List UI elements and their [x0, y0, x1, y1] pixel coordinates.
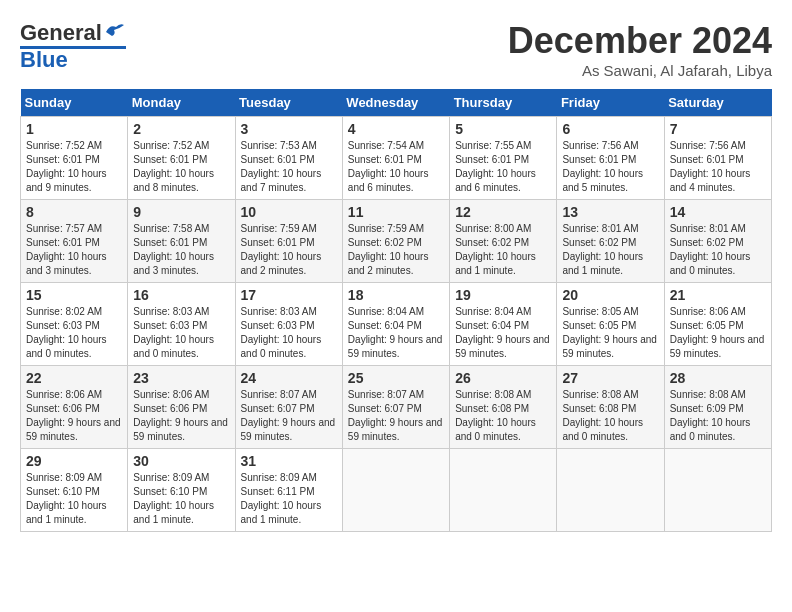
- day-info: Sunrise: 7:58 AM Sunset: 6:01 PM Dayligh…: [133, 222, 229, 278]
- day-info: Sunrise: 7:52 AM Sunset: 6:01 PM Dayligh…: [133, 139, 229, 195]
- day-number: 7: [670, 121, 766, 137]
- calendar-week-1: 1 Sunrise: 7:52 AM Sunset: 6:01 PM Dayli…: [21, 117, 772, 200]
- calendar-cell: 10 Sunrise: 7:59 AM Sunset: 6:01 PM Dayl…: [235, 200, 342, 283]
- day-number: 26: [455, 370, 551, 386]
- day-number: 27: [562, 370, 658, 386]
- calendar-cell: 14 Sunrise: 8:01 AM Sunset: 6:02 PM Dayl…: [664, 200, 771, 283]
- calendar-cell: 29 Sunrise: 8:09 AM Sunset: 6:10 PM Dayl…: [21, 449, 128, 532]
- calendar-cell: 4 Sunrise: 7:54 AM Sunset: 6:01 PM Dayli…: [342, 117, 449, 200]
- day-info: Sunrise: 8:09 AM Sunset: 6:10 PM Dayligh…: [26, 471, 122, 527]
- calendar-cell: 6 Sunrise: 7:56 AM Sunset: 6:01 PM Dayli…: [557, 117, 664, 200]
- day-info: Sunrise: 7:53 AM Sunset: 6:01 PM Dayligh…: [241, 139, 337, 195]
- calendar-cell: 3 Sunrise: 7:53 AM Sunset: 6:01 PM Dayli…: [235, 117, 342, 200]
- location: As Sawani, Al Jafarah, Libya: [508, 62, 772, 79]
- day-info: Sunrise: 7:56 AM Sunset: 6:01 PM Dayligh…: [670, 139, 766, 195]
- calendar-cell: 16 Sunrise: 8:03 AM Sunset: 6:03 PM Dayl…: [128, 283, 235, 366]
- day-info: Sunrise: 8:06 AM Sunset: 6:06 PM Dayligh…: [26, 388, 122, 444]
- day-number: 21: [670, 287, 766, 303]
- day-number: 28: [670, 370, 766, 386]
- day-number: 22: [26, 370, 122, 386]
- day-info: Sunrise: 8:08 AM Sunset: 6:08 PM Dayligh…: [562, 388, 658, 444]
- day-number: 1: [26, 121, 122, 137]
- day-number: 6: [562, 121, 658, 137]
- month-title: December 2024: [508, 20, 772, 62]
- calendar-cell: 19 Sunrise: 8:04 AM Sunset: 6:04 PM Dayl…: [450, 283, 557, 366]
- logo-blue: Blue: [20, 47, 68, 73]
- day-info: Sunrise: 7:59 AM Sunset: 6:01 PM Dayligh…: [241, 222, 337, 278]
- calendar-header: Sunday Monday Tuesday Wednesday Thursday…: [21, 89, 772, 117]
- calendar-cell: 25 Sunrise: 8:07 AM Sunset: 6:07 PM Dayl…: [342, 366, 449, 449]
- calendar-cell: 2 Sunrise: 7:52 AM Sunset: 6:01 PM Dayli…: [128, 117, 235, 200]
- calendar-cell: 9 Sunrise: 7:58 AM Sunset: 6:01 PM Dayli…: [128, 200, 235, 283]
- day-info: Sunrise: 8:01 AM Sunset: 6:02 PM Dayligh…: [562, 222, 658, 278]
- calendar-cell: [450, 449, 557, 532]
- title-block: December 2024 As Sawani, Al Jafarah, Lib…: [508, 20, 772, 79]
- calendar-cell: 8 Sunrise: 7:57 AM Sunset: 6:01 PM Dayli…: [21, 200, 128, 283]
- calendar-cell: [557, 449, 664, 532]
- day-info: Sunrise: 8:09 AM Sunset: 6:11 PM Dayligh…: [241, 471, 337, 527]
- calendar-week-3: 15 Sunrise: 8:02 AM Sunset: 6:03 PM Dayl…: [21, 283, 772, 366]
- calendar-week-4: 22 Sunrise: 8:06 AM Sunset: 6:06 PM Dayl…: [21, 366, 772, 449]
- day-info: Sunrise: 8:08 AM Sunset: 6:08 PM Dayligh…: [455, 388, 551, 444]
- day-number: 12: [455, 204, 551, 220]
- header-thursday: Thursday: [450, 89, 557, 117]
- day-number: 25: [348, 370, 444, 386]
- header-tuesday: Tuesday: [235, 89, 342, 117]
- day-info: Sunrise: 8:07 AM Sunset: 6:07 PM Dayligh…: [241, 388, 337, 444]
- logo: General Blue: [20, 20, 126, 73]
- calendar-cell: [664, 449, 771, 532]
- day-number: 3: [241, 121, 337, 137]
- day-number: 15: [26, 287, 122, 303]
- day-info: Sunrise: 7:52 AM Sunset: 6:01 PM Dayligh…: [26, 139, 122, 195]
- day-number: 16: [133, 287, 229, 303]
- day-number: 9: [133, 204, 229, 220]
- logo-bird-icon: [104, 22, 126, 40]
- calendar-cell: 30 Sunrise: 8:09 AM Sunset: 6:10 PM Dayl…: [128, 449, 235, 532]
- calendar-cell: 15 Sunrise: 8:02 AM Sunset: 6:03 PM Dayl…: [21, 283, 128, 366]
- day-info: Sunrise: 8:03 AM Sunset: 6:03 PM Dayligh…: [241, 305, 337, 361]
- day-info: Sunrise: 8:06 AM Sunset: 6:06 PM Dayligh…: [133, 388, 229, 444]
- day-number: 19: [455, 287, 551, 303]
- day-number: 29: [26, 453, 122, 469]
- header-row: Sunday Monday Tuesday Wednesday Thursday…: [21, 89, 772, 117]
- calendar-week-2: 8 Sunrise: 7:57 AM Sunset: 6:01 PM Dayli…: [21, 200, 772, 283]
- day-number: 17: [241, 287, 337, 303]
- calendar-cell: 20 Sunrise: 8:05 AM Sunset: 6:05 PM Dayl…: [557, 283, 664, 366]
- calendar-cell: 11 Sunrise: 7:59 AM Sunset: 6:02 PM Dayl…: [342, 200, 449, 283]
- day-info: Sunrise: 8:03 AM Sunset: 6:03 PM Dayligh…: [133, 305, 229, 361]
- page-header: General Blue December 2024 As Sawani, Al…: [20, 20, 772, 79]
- calendar-cell: 1 Sunrise: 7:52 AM Sunset: 6:01 PM Dayli…: [21, 117, 128, 200]
- day-info: Sunrise: 8:01 AM Sunset: 6:02 PM Dayligh…: [670, 222, 766, 278]
- day-info: Sunrise: 8:09 AM Sunset: 6:10 PM Dayligh…: [133, 471, 229, 527]
- calendar-cell: 13 Sunrise: 8:01 AM Sunset: 6:02 PM Dayl…: [557, 200, 664, 283]
- day-info: Sunrise: 7:57 AM Sunset: 6:01 PM Dayligh…: [26, 222, 122, 278]
- day-number: 2: [133, 121, 229, 137]
- calendar-cell: [342, 449, 449, 532]
- day-info: Sunrise: 7:55 AM Sunset: 6:01 PM Dayligh…: [455, 139, 551, 195]
- calendar-cell: 27 Sunrise: 8:08 AM Sunset: 6:08 PM Dayl…: [557, 366, 664, 449]
- day-number: 10: [241, 204, 337, 220]
- calendar-cell: 26 Sunrise: 8:08 AM Sunset: 6:08 PM Dayl…: [450, 366, 557, 449]
- day-number: 20: [562, 287, 658, 303]
- calendar-cell: 7 Sunrise: 7:56 AM Sunset: 6:01 PM Dayli…: [664, 117, 771, 200]
- day-info: Sunrise: 7:54 AM Sunset: 6:01 PM Dayligh…: [348, 139, 444, 195]
- header-saturday: Saturday: [664, 89, 771, 117]
- day-number: 18: [348, 287, 444, 303]
- day-info: Sunrise: 7:56 AM Sunset: 6:01 PM Dayligh…: [562, 139, 658, 195]
- calendar-cell: 24 Sunrise: 8:07 AM Sunset: 6:07 PM Dayl…: [235, 366, 342, 449]
- day-number: 14: [670, 204, 766, 220]
- calendar-cell: 21 Sunrise: 8:06 AM Sunset: 6:05 PM Dayl…: [664, 283, 771, 366]
- day-number: 23: [133, 370, 229, 386]
- day-info: Sunrise: 7:59 AM Sunset: 6:02 PM Dayligh…: [348, 222, 444, 278]
- calendar-cell: 17 Sunrise: 8:03 AM Sunset: 6:03 PM Dayl…: [235, 283, 342, 366]
- calendar-week-5: 29 Sunrise: 8:09 AM Sunset: 6:10 PM Dayl…: [21, 449, 772, 532]
- day-number: 24: [241, 370, 337, 386]
- day-number: 5: [455, 121, 551, 137]
- day-info: Sunrise: 8:00 AM Sunset: 6:02 PM Dayligh…: [455, 222, 551, 278]
- day-info: Sunrise: 8:02 AM Sunset: 6:03 PM Dayligh…: [26, 305, 122, 361]
- day-info: Sunrise: 8:06 AM Sunset: 6:05 PM Dayligh…: [670, 305, 766, 361]
- calendar-cell: 31 Sunrise: 8:09 AM Sunset: 6:11 PM Dayl…: [235, 449, 342, 532]
- calendar-cell: 5 Sunrise: 7:55 AM Sunset: 6:01 PM Dayli…: [450, 117, 557, 200]
- calendar-cell: 23 Sunrise: 8:06 AM Sunset: 6:06 PM Dayl…: [128, 366, 235, 449]
- day-info: Sunrise: 8:04 AM Sunset: 6:04 PM Dayligh…: [348, 305, 444, 361]
